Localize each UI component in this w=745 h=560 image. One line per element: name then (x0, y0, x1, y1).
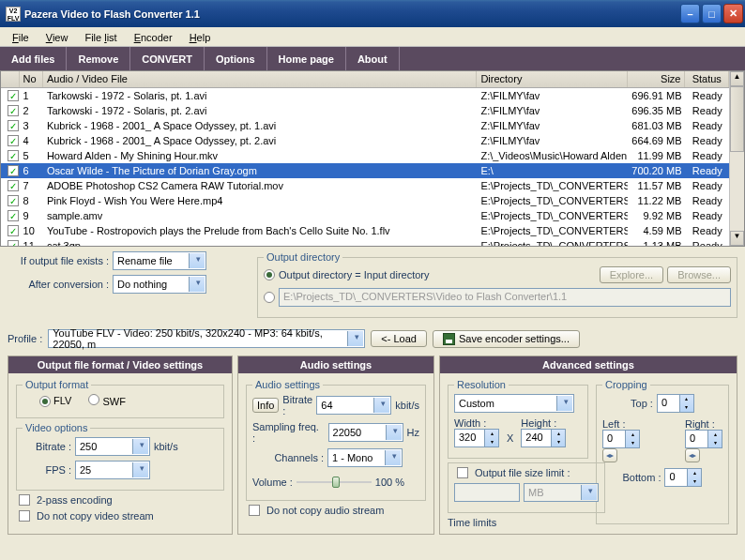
vertical-scrollbar[interactable]: ▲ ▼ (729, 71, 744, 246)
table-row[interactable]: ✓4Kubrick - 1968 - 2001_ A Space Odyssey… (1, 133, 729, 148)
menubar: File View File list Encoder Help (0, 27, 745, 47)
convert-button[interactable]: CONVERT (130, 47, 205, 70)
width-input[interactable]: 320 (454, 429, 499, 447)
col-no[interactable]: No (20, 71, 43, 87)
col-file[interactable]: Audio / Video File (43, 71, 477, 87)
advanced-panel: Advanced settings Resolution Custom Widt… (439, 356, 737, 535)
audio-bitrate-select[interactable]: 64 (316, 396, 391, 415)
table-row[interactable]: ✓8Pink Floyd - Wish You Were Here.mp4E:\… (1, 193, 729, 208)
table-header: No Audio / Video File Directory Size Sta… (1, 71, 729, 88)
remove-button[interactable]: Remove (67, 47, 130, 70)
resolution-select[interactable]: Custom (454, 394, 574, 413)
crop-bottom-input[interactable]: 0 (664, 468, 702, 487)
close-button[interactable]: ✕ (723, 4, 743, 23)
row-check[interactable]: ✓ (8, 90, 19, 101)
advanced-panel-title: Advanced settings (440, 356, 737, 373)
options-button[interactable]: Options (205, 47, 267, 70)
audio-panel-title: Audio settings (238, 356, 433, 373)
height-input[interactable]: 240 (521, 429, 566, 447)
profile-select[interactable]: YouTube FLV - Video: 250 kbit/s, 320x240… (48, 329, 365, 348)
add-files-button[interactable]: Add files (0, 47, 67, 70)
crop-left-input[interactable]: 0 (602, 430, 640, 448)
col-dir[interactable]: Directory (477, 71, 627, 87)
nocopy-video-check[interactable] (19, 510, 30, 522)
floppy-icon (443, 333, 455, 345)
row-check[interactable]: ✓ (8, 240, 19, 246)
exists-select[interactable]: Rename file (113, 251, 206, 270)
video-panel: Output file format / Video settings Outp… (8, 356, 233, 535)
crop-top-input[interactable]: 0 (657, 394, 694, 413)
menu-filelist[interactable]: File list (77, 30, 124, 43)
minimize-button[interactable]: – (680, 4, 700, 23)
after-select[interactable]: Do nothing (113, 275, 206, 294)
scroll-up-icon[interactable]: ▲ (730, 71, 744, 86)
menu-encoder[interactable]: Encoder (127, 30, 180, 43)
browse-button[interactable]: Browse... (667, 266, 731, 283)
scroll-down-icon[interactable]: ▼ (730, 231, 744, 246)
video-panel-title: Output file format / Video settings (8, 356, 232, 373)
table-row[interactable]: ✓5Howard Alden - My Shining Hour.mkvZ:\_… (1, 148, 729, 163)
row-check[interactable]: ✓ (8, 165, 19, 176)
explore-button[interactable]: Explore... (600, 266, 663, 283)
about-button[interactable]: About (346, 47, 400, 70)
table-row[interactable]: ✓2Tarkowski - 1972 - Solaris, pt. 2.aviZ… (1, 103, 729, 118)
video-bitrate-select[interactable]: 250 (75, 437, 150, 456)
table-row[interactable]: ✓6Oscar Wilde - The Picture of Dorian Gr… (1, 163, 729, 178)
row-check[interactable]: ✓ (8, 195, 19, 206)
outdir-same-radio[interactable] (264, 269, 275, 280)
toolbar: Add files Remove CONVERT Options Home pa… (0, 47, 745, 70)
titlebar: V2FLV Pazera Video to Flash Converter 1.… (0, 0, 745, 27)
table-row[interactable]: ✓9sample.amvE:\Projects_TD\_CONVERTERS\_… (1, 208, 729, 223)
outdir-custom-radio[interactable] (264, 292, 275, 303)
sampling-select[interactable]: 22050 (328, 423, 403, 442)
load-profile-button[interactable]: <- Load (371, 330, 427, 347)
table-row[interactable]: ✓7ADOBE Photoshop CS2 Camera RAW Tutoria… (1, 178, 729, 193)
table-row[interactable]: ✓3Kubrick - 1968 - 2001_ A Space Odyssey… (1, 118, 729, 133)
crop-left-sync[interactable]: ◂▸ (602, 448, 617, 462)
row-check[interactable]: ✓ (8, 225, 19, 236)
volume-slider[interactable] (296, 475, 372, 490)
menu-file[interactable]: File (5, 30, 37, 43)
table-row[interactable]: ✓11cat.3gpE:\Projects_TD\_CONVERTERS\_3G… (1, 238, 729, 246)
table-row[interactable]: ✓10YouTube - Rostropovich plays the Prel… (1, 223, 729, 238)
info-button[interactable]: Info (252, 398, 279, 413)
channels-select[interactable]: 1 - Mono (327, 448, 403, 467)
row-check[interactable]: ✓ (8, 150, 19, 161)
swf-radio[interactable] (88, 394, 99, 405)
profile-label: Profile : (8, 333, 42, 344)
row-check[interactable]: ✓ (8, 105, 19, 116)
save-encoder-button[interactable]: Save encoder settings... (433, 330, 580, 348)
size-unit-select[interactable]: MB (524, 483, 599, 502)
homepage-button[interactable]: Home page (267, 47, 346, 70)
size-limit-input[interactable] (454, 483, 520, 502)
fps-select[interactable]: 25 (75, 461, 150, 479)
flv-radio[interactable] (39, 396, 51, 407)
col-size[interactable]: Size (628, 71, 686, 87)
twopass-check[interactable] (19, 494, 30, 506)
after-label: After conversion : (8, 279, 109, 290)
file-list: No Audio / Video File Directory Size Sta… (0, 70, 745, 247)
table-row[interactable]: ✓1Tarkowski - 1972 - Solaris, pt. 1.aviZ… (1, 88, 729, 103)
col-status[interactable]: Status (685, 71, 729, 87)
exists-label: If output file exists : (8, 255, 109, 266)
row-check[interactable]: ✓ (8, 180, 19, 191)
output-dir-group: Output directory Output directory = Inpu… (257, 251, 737, 318)
app-icon: V2FLV (6, 7, 21, 22)
scroll-thumb[interactable] (730, 86, 744, 152)
maximize-button[interactable]: □ (702, 4, 722, 23)
menu-help[interactable]: Help (182, 30, 219, 43)
window-title: Pazera Video to Flash Converter 1.1 (24, 8, 678, 20)
audio-panel: Audio settings Audio settings Info Bitra… (237, 356, 434, 535)
outdir-path-input[interactable]: E:\Projects_TD\_CONVERTERS\Video to Flas… (279, 288, 731, 307)
nocopy-audio-check[interactable] (249, 505, 260, 516)
row-check[interactable]: ✓ (8, 135, 19, 146)
crop-right-sync[interactable]: ◂▸ (685, 448, 700, 462)
size-limit-check[interactable] (457, 467, 468, 478)
row-check[interactable]: ✓ (8, 210, 19, 221)
crop-right-input[interactable]: 0 (685, 430, 722, 448)
row-check[interactable]: ✓ (8, 120, 19, 131)
output-dir-legend: Output directory (264, 251, 342, 263)
menu-view[interactable]: View (38, 30, 76, 43)
